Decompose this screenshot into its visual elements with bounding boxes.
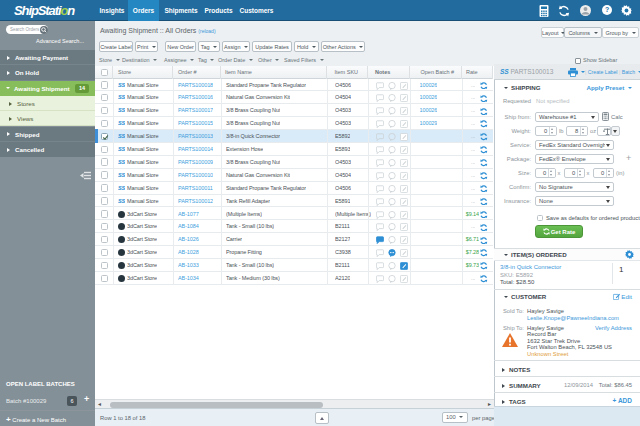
svg-text:?: ? [605, 6, 609, 13]
